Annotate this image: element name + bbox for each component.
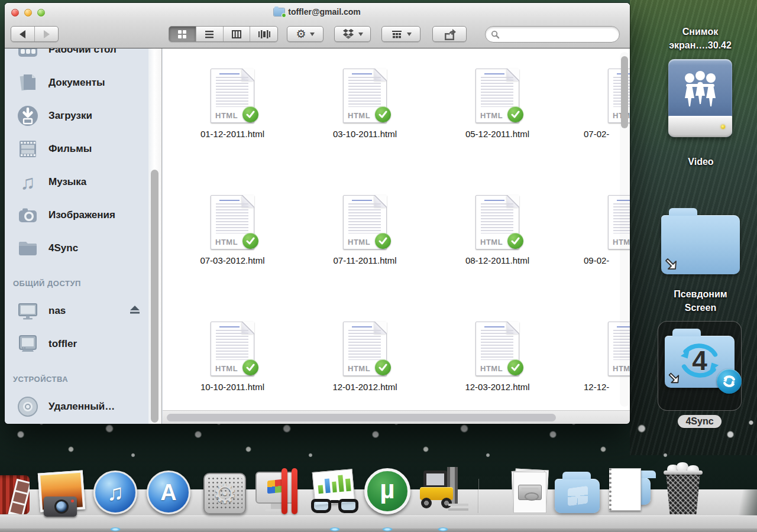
proxy-folder-icon[interactable] [274,8,284,16]
photo-strip-icon [7,479,30,514]
search-icon [491,30,500,39]
sidebar-item-music[interactable]: ♫ Музыка [5,166,148,199]
file-item[interactable]: HTML 01-12-2011.html [166,69,299,141]
dock: ♫ A ⚙ µ [0,489,757,532]
dock-utorrent[interactable]: µ [364,468,410,514]
html-file-icon: HTML [343,69,387,123]
horizontal-scrollbar-track[interactable] [163,410,630,424]
file-item[interactable]: HTML 08-12-2011.html [431,195,564,267]
documents-icon [14,69,41,96]
file-item[interactable]: HTML 12-03-2012.html [431,322,564,394]
network-drive-icon [668,59,732,137]
sidebar-item-documents[interactable]: Документы [5,66,148,99]
dock-shelf-front [0,515,757,528]
dock-photo-booth[interactable] [0,475,30,514]
search-input[interactable] [503,30,609,39]
sync-ok-badge [507,233,523,249]
html-file-icon: HTML [475,322,519,376]
search-field[interactable] [485,26,620,43]
window-header: toffler@gmail.com [5,3,630,48]
desktop-icon-screen-alias[interactable]: Псевдоним Screen [658,207,743,314]
file-name: 07-11-2011.html [299,255,431,265]
content-scrollbar-track[interactable] [620,52,629,407]
eject-button[interactable] [130,305,140,317]
dock-windows-folder[interactable] [555,479,600,514]
content-scrollbar-thumb[interactable] [621,56,628,128]
sidebar-item-movies[interactable]: Фильмы [5,132,148,166]
dropbox-menu-button[interactable] [334,26,371,42]
alias-arrow-icon [667,370,681,387]
trash-rim [664,471,703,475]
list-view-button[interactable] [196,27,224,41]
sidebar-item-nas[interactable]: nas [5,294,148,327]
display-icon [14,297,41,325]
file-name: 01-12-2011.html [166,129,299,139]
sync-ok-badge [242,106,258,122]
drive-front-band [668,116,732,137]
share-button[interactable] [432,26,467,42]
titlebar[interactable]: toffler@gmail.com [5,3,630,21]
file-item[interactable]: HTML 05-12-2011.html [431,69,564,141]
html-file-icon: HTML [343,322,387,376]
dock-system-preferences[interactable]: ⚙ [203,473,246,514]
movies-icon [14,135,41,163]
sidebar-scrollbar-track[interactable] [148,48,162,424]
sidebar-label: toffler [48,338,77,350]
sidebar-scrollbar-thumb[interactable] [151,170,158,423]
gear-icon: ⚙ [296,28,306,40]
action-menu-button[interactable]: ⚙ [287,26,323,42]
coverflow-view-button[interactable] [250,27,277,41]
sidebar-item-4sync[interactable]: 4Sync [5,232,148,265]
folder-icon [14,235,41,262]
sync-badge-mini [282,13,286,18]
screenshot-label-line2: экран….30.42 [649,38,751,52]
sidebar-label: Удаленный… [48,401,115,413]
sidebar-item-downloads[interactable]: Загрузки [5,99,148,132]
html-file-icon: HTML [343,195,387,249]
dock-forklift[interactable] [418,467,468,514]
file-item[interactable]: HTML 03-10-2011.html [299,69,431,141]
running-indicator-forklift [438,527,448,531]
sync-ok-badge [242,359,258,375]
file-item[interactable]: HTML 07-11-2011.html [299,195,431,267]
file-item[interactable]: HTML 07-03-2012.html [166,195,299,267]
dock-iphoto[interactable] [39,472,84,514]
dropbox-icon [342,28,355,40]
forward-button[interactable] [35,27,59,41]
dock-stack-dropbox-doc[interactable] [608,468,651,514]
arrange-menu-button[interactable] [381,26,420,42]
dock-stack-disk-docs[interactable] [510,469,550,514]
sidebar-label: Изображения [48,209,115,221]
sidebar-item-toffler[interactable]: toffler [5,327,148,361]
coverflow-view-icon [257,28,270,40]
grid-view-icon [176,28,188,40]
file-item[interactable]: HTML 10-10-2011.html [166,322,299,394]
running-indicator-performance-app [329,527,340,531]
blue-folder-icon [555,479,600,513]
sidebar-label: Музыка [48,176,86,188]
desktop-icon-4sync[interactable]: 4 4Sync [658,321,742,428]
sidebar-item-desktop[interactable]: Рабочий стол [5,48,148,66]
desktop-icon-video-drive[interactable]: Video [668,59,733,168]
4sync-folder-icon: 4 [665,336,735,388]
desktop-icon-screenshot[interactable]: Снимок экран….30.42 [649,25,751,52]
icon-view-button[interactable] [169,27,196,41]
dock-trash-full[interactable] [660,463,707,517]
4sync-label: 4Sync [678,415,721,428]
sidebar-item-remote-disc[interactable]: Удаленный… [5,390,148,423]
screenshot-label-line1: Снимок [649,25,751,38]
dock-app-store[interactable]: A [147,471,190,514]
sidebar-item-pictures[interactable]: Изображения [5,199,148,232]
horizontal-scrollbar-thumb[interactable] [167,414,556,421]
dock-parallels-desktop[interactable] [255,472,303,514]
file-item[interactable]: HTML 12-01-2012.html [299,322,431,394]
disc-icon [14,393,41,420]
share-icon [442,28,457,41]
selection-highlight: 4 [658,321,742,411]
html-file-icon: HTML [211,322,254,376]
dock-itunes[interactable]: ♫ [93,471,137,514]
back-button[interactable] [11,27,35,41]
dock-performance-app[interactable] [310,471,360,514]
sidebar: Рабочий стол Документы Загрузки [5,48,148,424]
column-view-button[interactable] [224,27,251,41]
